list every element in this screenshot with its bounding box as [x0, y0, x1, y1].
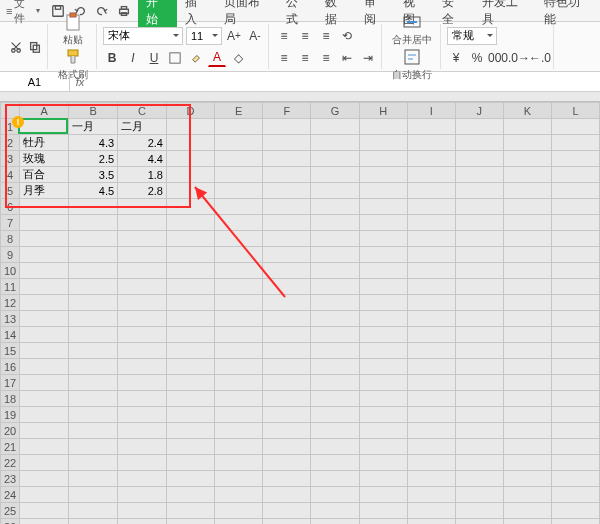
bold-button[interactable]: B	[103, 49, 121, 67]
cell[interactable]	[407, 375, 455, 391]
cell[interactable]	[551, 455, 599, 471]
cell[interactable]	[359, 407, 407, 423]
row-header[interactable]: 18	[1, 391, 20, 407]
cell[interactable]	[263, 359, 311, 375]
col-header[interactable]: H	[359, 103, 407, 119]
cell[interactable]	[311, 231, 359, 247]
row-header[interactable]: 13	[1, 311, 20, 327]
cell[interactable]	[551, 215, 599, 231]
cell[interactable]	[407, 423, 455, 439]
cell[interactable]	[407, 167, 455, 183]
cell[interactable]	[455, 263, 503, 279]
cut-icon[interactable]	[8, 39, 24, 55]
cell[interactable]	[69, 359, 118, 375]
col-header[interactable]: B	[69, 103, 118, 119]
cell[interactable]	[359, 247, 407, 263]
col-header[interactable]: E	[215, 103, 263, 119]
align-right-icon[interactable]: ≡	[317, 49, 335, 67]
cell[interactable]	[166, 279, 214, 295]
cell[interactable]	[455, 327, 503, 343]
cell[interactable]: 4.3	[69, 135, 118, 151]
number-format-select[interactable]: 常规	[447, 27, 497, 45]
cell[interactable]	[20, 391, 69, 407]
cell[interactable]	[551, 183, 599, 199]
cell[interactable]	[359, 215, 407, 231]
cell[interactable]	[215, 359, 263, 375]
cell[interactable]	[118, 487, 167, 503]
cell[interactable]	[407, 439, 455, 455]
cell[interactable]	[455, 167, 503, 183]
cell[interactable]	[20, 295, 69, 311]
cell[interactable]	[455, 215, 503, 231]
cell[interactable]	[69, 407, 118, 423]
align-left-icon[interactable]: ≡	[275, 49, 293, 67]
cell[interactable]	[215, 199, 263, 215]
cell[interactable]	[407, 503, 455, 519]
cell[interactable]	[311, 327, 359, 343]
indent-decrease-icon[interactable]: ⇤	[338, 49, 356, 67]
cell[interactable]	[166, 423, 214, 439]
cell[interactable]	[263, 343, 311, 359]
cell[interactable]	[263, 487, 311, 503]
cell[interactable]	[503, 119, 551, 135]
cell[interactable]	[215, 407, 263, 423]
cell[interactable]	[455, 151, 503, 167]
cell[interactable]	[166, 519, 214, 525]
cell[interactable]	[359, 231, 407, 247]
name-box[interactable]: A1	[0, 72, 70, 91]
cell[interactable]	[263, 119, 311, 135]
cell[interactable]	[311, 407, 359, 423]
cell[interactable]	[20, 375, 69, 391]
cell[interactable]	[118, 279, 167, 295]
cell[interactable]	[551, 343, 599, 359]
cell[interactable]	[551, 247, 599, 263]
cell[interactable]	[455, 311, 503, 327]
cell[interactable]	[166, 215, 214, 231]
cell[interactable]	[455, 455, 503, 471]
cell[interactable]	[166, 151, 214, 167]
cell[interactable]: 百合	[20, 167, 69, 183]
cell[interactable]	[551, 311, 599, 327]
cell[interactable]	[455, 439, 503, 455]
copy-icon[interactable]	[27, 39, 43, 55]
print-icon[interactable]	[116, 3, 132, 19]
cell[interactable]	[263, 375, 311, 391]
cell[interactable]	[118, 407, 167, 423]
cell[interactable]	[20, 263, 69, 279]
cell[interactable]	[118, 247, 167, 263]
row-header[interactable]: 8	[1, 231, 20, 247]
cell[interactable]	[359, 519, 407, 525]
row-header[interactable]: 16	[1, 359, 20, 375]
cell[interactable]	[118, 327, 167, 343]
cell[interactable]	[263, 439, 311, 455]
cell[interactable]	[455, 279, 503, 295]
cell[interactable]	[311, 455, 359, 471]
cell[interactable]	[166, 199, 214, 215]
cell[interactable]	[215, 279, 263, 295]
cell[interactable]	[311, 183, 359, 199]
orientation-icon[interactable]: ⟲	[338, 27, 356, 45]
cell[interactable]	[407, 199, 455, 215]
row-header[interactable]: 24	[1, 487, 20, 503]
cell[interactable]	[215, 247, 263, 263]
cell[interactable]	[359, 359, 407, 375]
cell[interactable]	[503, 295, 551, 311]
cell[interactable]	[311, 375, 359, 391]
cell[interactable]	[20, 471, 69, 487]
row-header[interactable]: 5	[1, 183, 20, 199]
cell[interactable]	[359, 391, 407, 407]
col-header[interactable]: L	[551, 103, 599, 119]
cell[interactable]	[503, 135, 551, 151]
cell[interactable]	[166, 311, 214, 327]
cell[interactable]	[503, 359, 551, 375]
col-header[interactable]: G	[311, 103, 359, 119]
cell[interactable]	[503, 151, 551, 167]
cell[interactable]	[311, 263, 359, 279]
warning-badge-icon[interactable]: !	[12, 116, 24, 128]
phonetic-button[interactable]: ◇	[229, 49, 247, 67]
cell[interactable]	[551, 375, 599, 391]
cell[interactable]	[407, 327, 455, 343]
cell[interactable]	[551, 151, 599, 167]
cell[interactable]	[263, 407, 311, 423]
cell[interactable]	[551, 471, 599, 487]
